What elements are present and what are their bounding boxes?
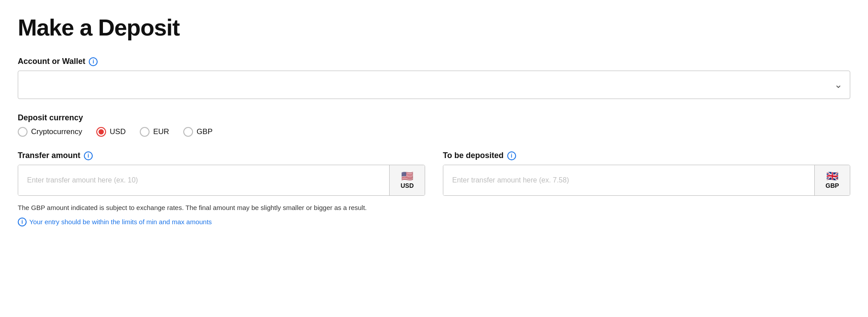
to-be-deposited-currency-code: GBP	[825, 182, 839, 189]
transfer-amount-input[interactable]	[18, 165, 389, 195]
radio-crypto[interactable]	[18, 127, 28, 137]
to-be-deposited-label-row: To be deposited i	[443, 151, 850, 160]
radio-eur[interactable]	[140, 127, 150, 137]
warning-info-icon: i	[18, 218, 27, 226]
radio-option-usd[interactable]: USD	[96, 127, 126, 137]
disclaimer-text: The GBP amount indicated is subject to e…	[18, 203, 850, 213]
account-wallet-dropdown-wrapper: ⌄	[18, 71, 850, 99]
radio-option-gbp[interactable]: GBP	[183, 127, 213, 137]
account-wallet-select[interactable]	[18, 71, 850, 99]
currency-radio-group: Cryptocurrency USD EUR GBP	[18, 127, 850, 137]
transfer-amount-currency-badge: 🇺🇸 USD	[389, 165, 425, 195]
account-wallet-info-icon[interactable]: i	[89, 57, 98, 66]
radio-usd-label: USD	[110, 127, 126, 136]
transfer-amount-field: Transfer amount i 🇺🇸 USD	[18, 151, 425, 196]
warning-text: Your entry should be within the limits o…	[29, 218, 212, 226]
radio-crypto-label: Cryptocurrency	[31, 127, 82, 136]
transfer-amount-label-row: Transfer amount i	[18, 151, 425, 160]
deposit-currency-section: Deposit currency Cryptocurrency USD EUR …	[18, 113, 850, 137]
radio-usd[interactable]	[96, 127, 106, 137]
to-be-deposited-input[interactable]	[443, 165, 814, 195]
radio-option-crypto[interactable]: Cryptocurrency	[18, 127, 82, 137]
transfer-amount-info-icon[interactable]: i	[84, 151, 93, 160]
radio-option-eur[interactable]: EUR	[140, 127, 169, 137]
page-title: Make a Deposit	[18, 14, 850, 41]
transfer-amount-label: Transfer amount	[18, 151, 80, 160]
to-be-deposited-info-icon[interactable]: i	[507, 151, 516, 160]
warning-link[interactable]: i Your entry should be within the limits…	[18, 218, 850, 226]
deposit-currency-label: Deposit currency	[18, 113, 850, 123]
gbp-flag-icon: 🇬🇧	[826, 171, 838, 181]
transfer-amount-currency-code: USD	[401, 182, 414, 189]
usd-flag-icon: 🇺🇸	[401, 171, 413, 181]
to-be-deposited-field: To be deposited i 🇬🇧 GBP	[443, 151, 850, 196]
radio-gbp[interactable]	[183, 127, 193, 137]
radio-gbp-label: GBP	[197, 127, 213, 136]
account-wallet-label: Account or Wallet i	[18, 57, 850, 66]
radio-eur-label: EUR	[153, 127, 169, 136]
to-be-deposited-label: To be deposited	[443, 151, 504, 160]
to-be-deposited-currency-badge: 🇬🇧 GBP	[814, 165, 850, 195]
to-be-deposited-input-wrapper: 🇬🇧 GBP	[443, 165, 850, 196]
transfer-amount-input-wrapper: 🇺🇸 USD	[18, 165, 425, 196]
amount-row: Transfer amount i 🇺🇸 USD To be deposited…	[18, 151, 850, 196]
